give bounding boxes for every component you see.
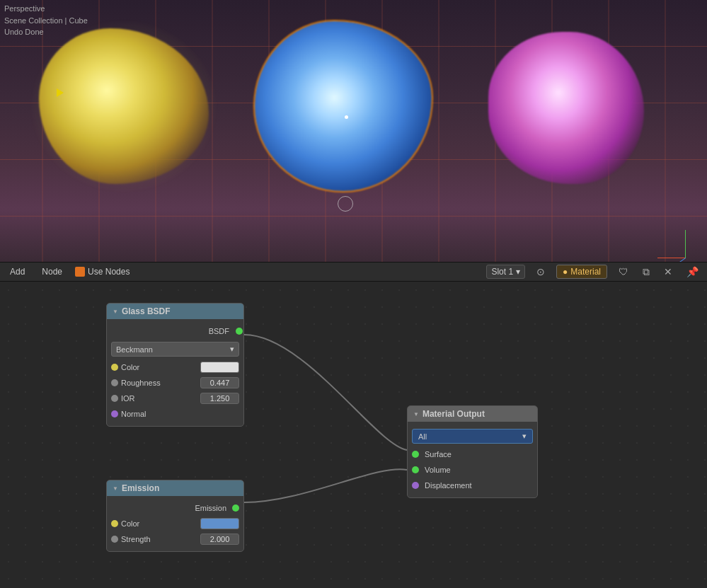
slot-label: Slot 1: [491, 267, 513, 277]
roughness-row: Roughness 0.447: [107, 375, 243, 391]
distribution-row: Beckmann ▾: [107, 339, 243, 359]
displacement-row: Displacement: [408, 478, 537, 493]
surface-label: Surface: [425, 450, 533, 459]
copy-datablock-button[interactable]: ⧉: [640, 265, 653, 279]
collapse-triangle-emission[interactable]: ▼: [113, 485, 118, 492]
ior-label: IOR: [121, 394, 197, 403]
axis-z: [669, 258, 686, 262]
displacement-label: Displacement: [425, 481, 533, 490]
emission-node[interactable]: ▼ Emission Emission Color Strength 2.000: [106, 480, 244, 552]
bsdf-output-label: BSDF: [111, 327, 229, 335]
color-input-socket[interactable]: [111, 364, 118, 371]
emission-color-row: Color: [107, 516, 243, 531]
glass-bsdf-node[interactable]: ▼ Glass BSDF BSDF Beckmann ▾ Color: [106, 303, 244, 427]
distribution-chevron: ▾: [230, 345, 234, 354]
node-editor-canvas[interactable]: ▼ Glass BSDF BSDF Beckmann ▾ Color: [0, 282, 707, 588]
add-menu-button[interactable]: Add: [6, 265, 29, 278]
emission-output-row: Emission: [107, 500, 243, 516]
displacement-input-socket[interactable]: [412, 482, 419, 489]
normal-label: Normal: [121, 410, 239, 418]
normal-input-socket[interactable]: [111, 410, 118, 417]
material-output-body: All ▾ Surface Volume Displacement: [408, 422, 537, 497]
emission-output-label: Emission: [111, 504, 226, 512]
object-blue-flower[interactable]: [255, 21, 432, 191]
object-yellow-flower[interactable]: [39, 28, 209, 184]
material-icon: ●: [563, 267, 568, 277]
emission-body: Emission Color Strength 2.000: [107, 496, 243, 551]
unlink-datablock-button[interactable]: ✕: [661, 265, 675, 279]
emission-color-label: Color: [121, 519, 197, 528]
axis-y: [685, 230, 686, 258]
material-name-field[interactable]: ● Material: [556, 265, 607, 279]
strength-row: Strength 2.000: [107, 531, 243, 547]
viewport-3d[interactable]: Perspective Scene Collection | Cube Undo…: [0, 0, 707, 262]
slot-chevron: ▾: [516, 267, 520, 277]
node-editor-header: Add Node Use Nodes Slot 1 ▾ ⊙ ● Material…: [0, 262, 707, 282]
ior-row: IOR 1.250: [107, 391, 243, 406]
distribution-dropdown[interactable]: Beckmann ▾: [111, 342, 239, 357]
color-label: Color: [121, 363, 197, 371]
glass-bsdf-title: Glass BSDF: [122, 306, 171, 316]
surface-input-socket[interactable]: [412, 451, 419, 458]
target-dropdown[interactable]: All ▾: [412, 429, 533, 444]
browse-datablock-button[interactable]: ⊙: [534, 265, 548, 279]
viewport-cursor: [57, 88, 64, 97]
material-shield-icon[interactable]: 🛡: [616, 265, 631, 279]
material-output-header: ▼ Material Output: [408, 406, 537, 422]
pin-button[interactable]: 📌: [684, 265, 701, 279]
glass-bsdf-body: BSDF Beckmann ▾ Color Roughness: [107, 319, 243, 426]
node-menu-button[interactable]: Node: [38, 265, 67, 278]
material-output-title: Material Output: [423, 409, 485, 419]
use-nodes-toggle[interactable]: Use Nodes: [75, 267, 130, 277]
collapse-triangle-output[interactable]: ▼: [413, 411, 419, 417]
material-output-node[interactable]: ▼ Material Output All ▾ Surface Volume: [407, 405, 538, 498]
ior-input-socket[interactable]: [111, 395, 118, 402]
emission-color-value[interactable]: [200, 518, 239, 529]
glass-bsdf-node-header: ▼ Glass BSDF: [107, 304, 243, 319]
material-label: Material: [570, 267, 601, 277]
volume-label: Volume: [425, 466, 533, 474]
bsdf-output-row: BSDF: [107, 323, 243, 339]
roughness-value[interactable]: 0.447: [200, 377, 239, 388]
target-value: All: [418, 432, 427, 441]
roughness-input-socket[interactable]: [111, 379, 118, 386]
viewport-perspective-label: Perspective: [4, 3, 88, 15]
transform-handles[interactable]: [331, 190, 360, 218]
collapse-triangle[interactable]: ▼: [113, 309, 118, 315]
emission-title: Emission: [122, 483, 159, 493]
roughness-label: Roughness: [121, 379, 197, 387]
slot-dropdown[interactable]: Slot 1 ▾: [486, 265, 525, 279]
volume-input-socket[interactable]: [412, 466, 419, 473]
target-chevron: ▾: [522, 432, 527, 441]
strength-input-socket[interactable]: [111, 536, 118, 543]
strength-label: Strength: [121, 535, 197, 543]
distribution-value: Beckmann: [116, 345, 153, 354]
object-pink-flower[interactable]: [488, 32, 644, 184]
surface-row: Surface: [408, 446, 537, 462]
normal-row: Normal: [107, 406, 243, 422]
axis-x: [657, 258, 686, 258]
strength-value[interactable]: 2.000: [200, 534, 239, 545]
volume-row: Volume: [408, 462, 537, 478]
bsdf-output-socket[interactable]: [236, 328, 243, 335]
use-nodes-indicator: [75, 267, 85, 277]
ior-value[interactable]: 1.250: [200, 393, 239, 404]
use-nodes-label: Use Nodes: [88, 267, 130, 277]
emission-color-input-socket[interactable]: [111, 520, 118, 527]
color-row: Color: [107, 359, 243, 375]
emission-node-header: ▼ Emission: [107, 480, 243, 496]
selection-center: [345, 115, 348, 119]
color-value[interactable]: [200, 362, 239, 373]
emission-output-socket[interactable]: [232, 505, 239, 512]
